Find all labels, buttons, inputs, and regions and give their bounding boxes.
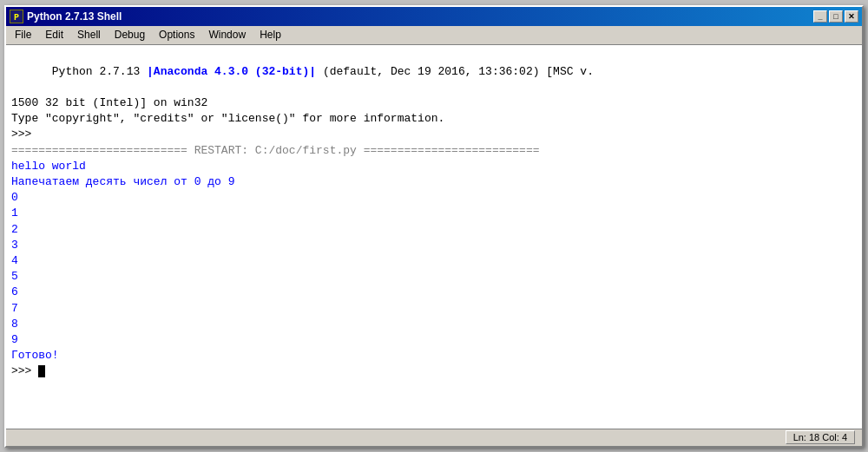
- output-0: 0: [11, 190, 857, 206]
- python-info-line1: Python 2.7.13 |Anaconda 4.3.0 (32-bit)| …: [11, 49, 857, 96]
- window-title: Python 2.7.13 Shell: [27, 10, 813, 23]
- restart-separator: ========================== RESTART: C:/d…: [11, 143, 857, 159]
- python-info-line3: Type "copyright", "credits" or "license(…: [11, 111, 857, 127]
- output-9: 9: [11, 332, 857, 348]
- status-bar: Ln: 18 Col: 4: [6, 429, 862, 446]
- output-8: 8: [11, 317, 857, 332]
- minimize-button[interactable]: _: [813, 10, 827, 23]
- python-prefix: Python 2.7.13: [52, 65, 147, 78]
- anaconda-highlight: |Anaconda 4.3.0 (32-bit)|: [147, 65, 316, 78]
- python-info-line2: 1500 32 bit (Intel)] on win32: [11, 95, 857, 111]
- output-3: 3: [11, 238, 857, 253]
- output-6: 6: [11, 285, 857, 300]
- output-4: 4: [11, 253, 857, 269]
- output-7: 7: [11, 301, 857, 317]
- menu-options[interactable]: Options: [152, 27, 201, 43]
- title-bar: P Python 2.7.13 Shell _ □ ✕: [6, 7, 862, 26]
- menu-debug[interactable]: Debug: [108, 27, 152, 43]
- main-window: P Python 2.7.13 Shell _ □ ✕ File Edit Sh…: [4, 5, 864, 448]
- menu-window[interactable]: Window: [201, 27, 253, 43]
- shell-output[interactable]: Python 2.7.13 |Anaconda 4.3.0 (32-bit)| …: [6, 45, 862, 429]
- output-russian: Напечатаем десять чисел от 0 до 9: [11, 174, 857, 190]
- cursor-blink: [38, 365, 45, 377]
- output-done: Готово!: [11, 348, 857, 364]
- output-hello: hello world: [11, 159, 857, 174]
- maximize-button[interactable]: □: [829, 10, 843, 23]
- final-prompt-line[interactable]: >>>: [11, 364, 857, 379]
- menu-help[interactable]: Help: [253, 27, 288, 43]
- python-date: (default, Dec 19 2016, 13:36:02) [MSC v.: [316, 65, 594, 78]
- output-5: 5: [11, 269, 857, 285]
- menu-edit[interactable]: Edit: [38, 27, 70, 43]
- title-bar-buttons: _ □ ✕: [813, 10, 858, 23]
- final-prompt-text: >>>: [11, 364, 38, 379]
- menu-shell[interactable]: Shell: [70, 27, 108, 43]
- output-1: 1: [11, 206, 857, 221]
- status-position: Ln: 18 Col: 4: [786, 430, 855, 444]
- svg-text:P: P: [14, 13, 19, 23]
- close-button[interactable]: ✕: [845, 10, 858, 23]
- output-2: 2: [11, 222, 857, 238]
- menu-file[interactable]: File: [8, 27, 38, 43]
- menu-bar: File Edit Shell Debug Options Window Hel…: [6, 26, 862, 45]
- first-prompt-line: >>>: [11, 127, 857, 142]
- window-icon: P: [10, 10, 23, 23]
